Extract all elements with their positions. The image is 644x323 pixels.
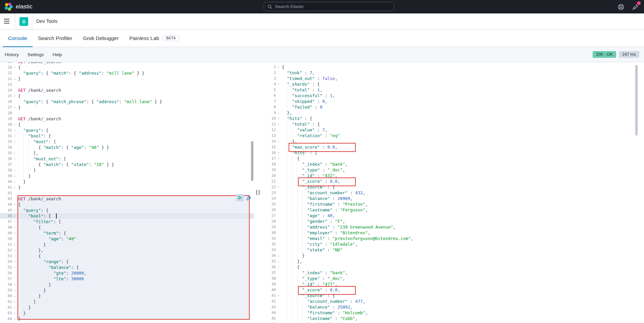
fold-toggle-icon[interactable]: ▴ bbox=[12, 310, 17, 316]
fold-toggle-icon[interactable]: ▾ bbox=[12, 156, 17, 162]
fold-toggle-icon[interactable]: ▴ bbox=[12, 105, 17, 110]
code-line[interactable]: 44 "firstname" : "Holcomb", bbox=[262, 310, 644, 316]
code-line[interactable]: 29GET /bank/_search bbox=[0, 116, 254, 122]
code-line[interactable]: 57 "lte": 30000 bbox=[0, 276, 254, 282]
code-line[interactable]: 11▾ "total" : { bbox=[262, 121, 644, 127]
code-line[interactable]: 19GET /bank/_search bbox=[0, 62, 254, 65]
code-line[interactable]: 25 "firstname" : "Preston", bbox=[262, 201, 644, 207]
tab-painless-lab[interactable]: Painless LabBETA bbox=[124, 30, 185, 47]
fold-toggle-icon[interactable]: ▴ bbox=[12, 185, 17, 190]
code-line[interactable]: 28 "gender" : "F", bbox=[262, 218, 644, 224]
response-panel[interactable]: 1▾{2 "took" : 7,3 "timed_out" : false,4▾… bbox=[262, 62, 644, 323]
code-line[interactable]: 36▾ { bbox=[262, 264, 644, 270]
fold-toggle-icon[interactable]: ▴ bbox=[12, 179, 17, 185]
code-line[interactable]: 3 "timed_out" : false, bbox=[262, 76, 644, 81]
code-line[interactable]: 44▾{ bbox=[0, 202, 254, 207]
fold-toggle-icon[interactable]: ▾ bbox=[12, 265, 17, 270]
code-line[interactable]: 55▾ "balance": { bbox=[0, 265, 254, 270]
code-line[interactable]: 32 "city" : "Idledale", bbox=[262, 241, 644, 247]
code-line[interactable]: 56 "gte": 20000, bbox=[0, 270, 254, 276]
code-line[interactable]: 35▴ ], bbox=[0, 150, 254, 156]
code-line[interactable]: 21 "query": { "match": { "address": "mil… bbox=[0, 70, 254, 76]
fold-toggle-icon[interactable]: ▴ bbox=[12, 287, 17, 293]
code-line[interactable]: 43 "balance" : 25892, bbox=[262, 304, 644, 310]
fold-toggle-icon[interactable]: ▴ bbox=[12, 293, 17, 299]
fold-toggle-icon[interactable]: ▴ bbox=[12, 299, 17, 305]
code-line[interactable]: 12 "value" : 7, bbox=[262, 127, 644, 133]
fold-toggle-icon[interactable]: ▴ bbox=[12, 316, 17, 322]
menu-icon[interactable] bbox=[4, 18, 10, 25]
fold-toggle-icon[interactable]: ▾ bbox=[276, 150, 281, 156]
fold-toggle-icon[interactable]: ▾ bbox=[276, 184, 281, 190]
fold-toggle-icon[interactable]: ▾ bbox=[12, 65, 17, 70]
fold-toggle-icon[interactable]: ▾ bbox=[12, 219, 17, 225]
code-line[interactable]: 17▾ { bbox=[262, 156, 644, 161]
code-line[interactable]: 30 "employer" : "Bitendrex", bbox=[262, 230, 644, 236]
request-editor[interactable]: 19GET /bank/_search20▾{21 "query": { "ma… bbox=[0, 62, 254, 323]
code-line[interactable]: 63▴ } bbox=[0, 310, 254, 316]
code-line[interactable]: 22▾ "_source" : { bbox=[262, 184, 644, 190]
code-line[interactable]: 37 "_index" : "bank", bbox=[262, 270, 644, 276]
code-line[interactable]: 16▾ "hits" : [ bbox=[262, 150, 644, 156]
code-line[interactable]: 39▴ } bbox=[0, 173, 254, 179]
code-line[interactable]: 59▴ } bbox=[0, 287, 254, 293]
fold-toggle-icon[interactable]: ▾ bbox=[276, 121, 281, 127]
code-line[interactable]: 47▾ "filter": [ bbox=[0, 219, 254, 225]
code-line[interactable]: 15 "max_score" : 0.0, bbox=[262, 144, 644, 150]
code-line[interactable]: 51▴ } bbox=[0, 242, 254, 247]
code-line[interactable]: 28 bbox=[0, 110, 254, 116]
fold-toggle-icon[interactable]: ▾ bbox=[276, 81, 281, 87]
code-line[interactable]: 43GET /bank/_search bbox=[0, 196, 254, 202]
fold-toggle-icon[interactable]: ▾ bbox=[12, 230, 17, 236]
request-options-button[interactable] bbox=[245, 194, 252, 201]
tab-search-profiler[interactable]: Search Profiler bbox=[33, 30, 78, 47]
code-line[interactable]: 23 "account_number" : 432, bbox=[262, 190, 644, 196]
fold-toggle-icon[interactable]: ▴ bbox=[276, 258, 281, 264]
code-line[interactable]: 38 "_type" : "_doc", bbox=[262, 276, 644, 281]
fold-toggle-icon[interactable]: ▾ bbox=[12, 207, 17, 213]
code-line[interactable]: 34▴ } bbox=[262, 253, 644, 258]
code-line[interactable]: 20 "_id" : "432", bbox=[262, 173, 644, 178]
code-line[interactable]: 18 "_index" : "bank", bbox=[262, 161, 644, 167]
fold-toggle-icon[interactable]: ▾ bbox=[12, 213, 17, 219]
fold-toggle-icon[interactable]: ▴ bbox=[12, 150, 17, 156]
code-line[interactable]: 50 "age": "40" bbox=[0, 236, 254, 242]
code-line[interactable]: 26 "query": { "match_phrase": { "address… bbox=[0, 99, 254, 105]
code-line[interactable]: 60▴ } bbox=[0, 293, 254, 299]
fold-toggle-icon[interactable]: ▴ bbox=[12, 173, 17, 179]
code-line[interactable]: 40▴ } bbox=[0, 179, 254, 185]
fold-toggle-icon[interactable]: ▾ bbox=[276, 64, 281, 70]
code-line[interactable]: 39 "_id" : "477", bbox=[262, 281, 644, 287]
code-line[interactable]: 41▾ "_source" : { bbox=[262, 293, 644, 298]
code-line[interactable]: 52▴ }, bbox=[0, 247, 254, 253]
code-line[interactable]: 35▴ }, bbox=[262, 258, 644, 264]
code-line[interactable]: 54▾ "range": { bbox=[0, 259, 254, 265]
code-line[interactable]: 2 "took" : 7, bbox=[262, 70, 644, 76]
code-line[interactable]: 48▾ { bbox=[0, 225, 254, 230]
code-line[interactable]: 19 "_type" : "_doc", bbox=[262, 167, 644, 173]
code-line[interactable]: 34 { "match": { "age": "40" } } bbox=[0, 145, 254, 150]
fold-toggle-icon[interactable]: ▴ bbox=[276, 138, 281, 144]
send-request-button[interactable] bbox=[236, 194, 244, 201]
code-line[interactable]: 38▴ ] bbox=[0, 167, 254, 173]
code-line[interactable]: 7 "skipped" : 0, bbox=[262, 98, 644, 104]
code-line[interactable]: 27▴} bbox=[0, 105, 254, 110]
fold-toggle-icon[interactable]: ▾ bbox=[12, 259, 17, 265]
code-line[interactable]: 6 "successful" : 1, bbox=[262, 93, 644, 98]
fold-toggle-icon[interactable]: ▾ bbox=[12, 202, 17, 207]
tab-console[interactable]: Console bbox=[3, 30, 33, 47]
fold-toggle-icon[interactable]: ▴ bbox=[12, 282, 17, 287]
fold-toggle-icon[interactable]: ▾ bbox=[12, 133, 17, 139]
search-input[interactable]: Search Elastic bbox=[264, 2, 394, 11]
code-line[interactable]: 64▴} bbox=[0, 316, 254, 322]
code-line[interactable]: 21 "_score" : 0.0, bbox=[262, 178, 644, 184]
code-line[interactable]: 42 "account_number" : 477, bbox=[262, 298, 644, 304]
code-line[interactable]: 31 "email" : "prestonferguson@bitendrex.… bbox=[262, 236, 644, 241]
code-line[interactable]: 31▾ "query": { bbox=[0, 127, 254, 133]
code-line[interactable]: 4▾ "_shards" : { bbox=[262, 81, 644, 87]
fold-toggle-icon[interactable]: ▴ bbox=[276, 253, 281, 258]
code-line[interactable]: 33▾ "must": [ bbox=[0, 139, 254, 145]
code-line[interactable]: 26 "lastname" : "Ferguson", bbox=[262, 207, 644, 213]
code-line[interactable]: 40 "_score" : 0.0, bbox=[262, 287, 644, 293]
panel-divider-handle[interactable] bbox=[256, 190, 259, 195]
